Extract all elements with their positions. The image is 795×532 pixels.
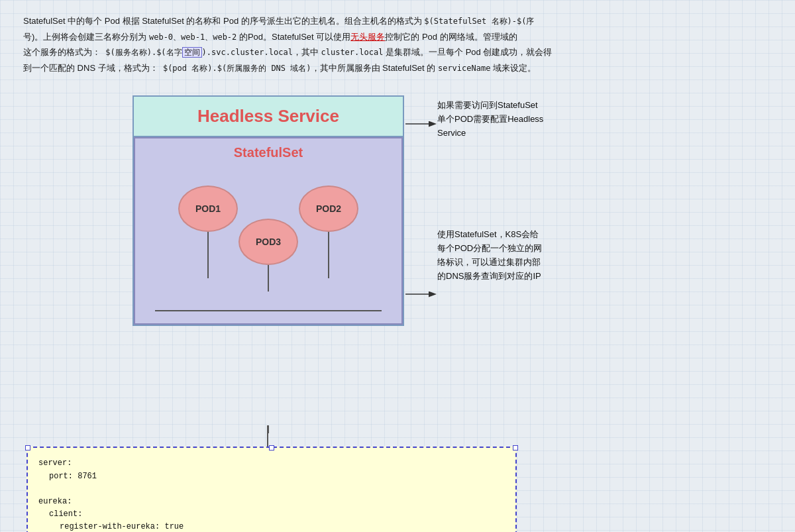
pod2-stem xyxy=(328,232,329,278)
diagram-container: Headless Service StatefulSet POD1 xyxy=(13,89,530,433)
code-line-6: register-with-eureka: true xyxy=(38,521,505,532)
handle-tl[interactable] xyxy=(25,445,30,451)
code-line-4: eureka: xyxy=(38,496,505,508)
code-line-2: port: 8761 xyxy=(38,470,505,483)
code-block: server: port: 8761 eureka: client: regis… xyxy=(26,447,517,532)
pods-layout: POD1 POD2 POD3 xyxy=(142,166,395,311)
statefulset-box: StatefulSet POD1 POD2 xyxy=(134,137,403,325)
headless-service-box: Headless Service StatefulSet POD1 xyxy=(132,95,404,326)
para-line3: 这个服务的格式为： $(服务名称).$(名字空间).svc.cluster.lo… xyxy=(23,47,552,57)
annotation-bottom: 使用StatefulSet，K8S会给 每个POD分配一个独立的网 络标识，可以… xyxy=(437,228,636,283)
vertical-connector xyxy=(267,425,268,449)
annotation-top: 如果需要访问到StatefuSet 单个POD需要配置Headless Serv… xyxy=(437,99,623,140)
base-line xyxy=(155,310,382,311)
code-line-1: server: xyxy=(38,457,505,470)
page-wrapper: StatefulSet 中的每个 Pod 根据 StatefulSet 的名称和… xyxy=(0,0,795,532)
handle-tm[interactable] xyxy=(269,445,274,451)
handle-tr[interactable] xyxy=(513,445,518,451)
headless-service-title: Headless Service xyxy=(197,106,339,126)
pod1-wrap: POD1 xyxy=(178,186,238,278)
pod3-wrap: POD3 xyxy=(238,219,298,292)
pod2-wrap: POD2 xyxy=(299,186,358,278)
pod3-stem xyxy=(268,265,269,292)
pod2-circle: POD2 xyxy=(299,186,358,232)
para-line4: 到一个匹配的 DNS 子域，格式为： $(pod 名称).$(所属服务的 DNS… xyxy=(23,63,536,73)
code-line-3 xyxy=(38,483,505,496)
pod1-circle: POD1 xyxy=(178,186,238,232)
para-line1: StatefulSet 中的每个 Pod 根据 StatefulSet 的名称和… xyxy=(23,16,534,26)
statefulset-title: StatefulSet xyxy=(234,145,303,160)
pod1-stem xyxy=(207,232,209,278)
code-block-wrapper: server: port: 8761 eureka: client: regis… xyxy=(20,447,523,532)
code-line-5: client: xyxy=(38,508,505,521)
top-paragraph: StatefulSet 中的每个 Pod 根据 StatefulSet 的名称和… xyxy=(13,13,782,76)
headless-service-header: Headless Service xyxy=(134,97,403,137)
para-line2: 号)。上例将会创建三名称分别为 web-0、web-1、web-2 的Pod。S… xyxy=(23,32,517,42)
pod3-circle: POD3 xyxy=(238,219,298,265)
